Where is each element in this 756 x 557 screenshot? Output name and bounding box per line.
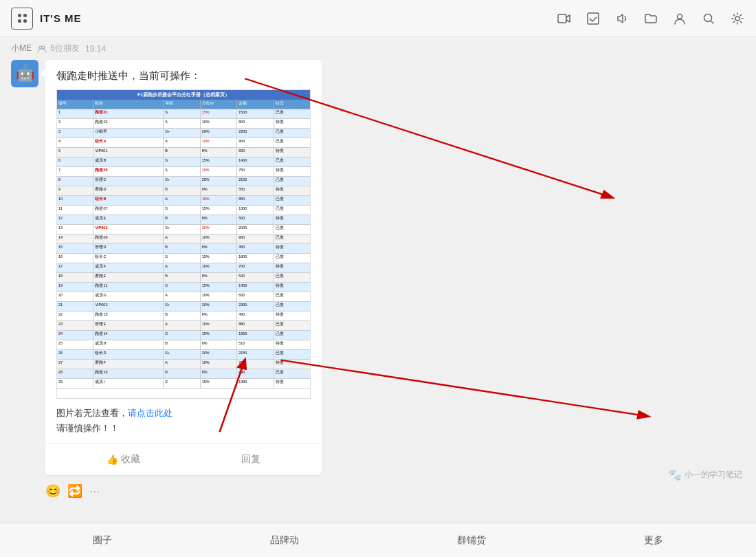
chat-area: 🤖 领跑走时推送中，当前可操作： F1届跑步后援会平台分红手册（总档案页） 编号… — [0, 60, 756, 523]
reply-button[interactable]: 回复 — [241, 453, 260, 466]
svg-rect-0 — [558, 14, 566, 23]
message-action-row: 😊 🔁 ··· — [45, 483, 745, 499]
message-row: 🤖 领跑走时推送中，当前可操作： F1届跑步后援会平台分红手册（总档案页） 编号… — [11, 60, 745, 475]
person-icon[interactable] — [672, 11, 687, 26]
main-content: 小ME 6位朋友 19:14 🤖 领跑走时推送中，当前可操作： — [0, 37, 756, 557]
sender-name: 小ME — [11, 43, 32, 54]
svg-point-4 — [735, 17, 740, 21]
bubble-divider — [45, 443, 322, 444]
settings-icon[interactable] — [730, 11, 745, 26]
message-time: 19:14 — [85, 44, 106, 54]
friends-count: 6位朋友 — [37, 43, 80, 54]
folder-icon[interactable] — [643, 11, 658, 26]
emoji-button[interactable]: 😊 — [45, 483, 60, 499]
check-icon[interactable] — [586, 11, 601, 26]
collect-button[interactable]: 👍 收藏 — [107, 453, 140, 466]
tab-group[interactable]: 群铺货 — [446, 529, 497, 552]
title-bar-actions — [557, 11, 745, 26]
forward-button[interactable]: 🔁 — [67, 483, 82, 499]
search-icon[interactable] — [701, 11, 716, 26]
tab-brand[interactable]: 品牌动 — [259, 529, 310, 552]
message-bubble: 领跑走时推送中，当前可操作： F1届跑步后援会平台分红手册（总档案页） 编号 昵… — [45, 60, 322, 475]
avatar: 🤖 — [11, 60, 38, 87]
tab-circle[interactable]: 圈子 — [82, 529, 123, 552]
tab-more[interactable]: 更多 — [633, 529, 674, 552]
watermark: 🐾 小一的学习笔记 — [668, 468, 742, 481]
app-icon — [11, 8, 33, 30]
message-footer: 图片若无法查看，请点击此处 请谨慎操作！！ — [56, 406, 311, 436]
svg-point-2 — [678, 14, 682, 19]
volume-icon[interactable] — [614, 11, 630, 26]
footer-link[interactable]: 请点击此处 — [128, 408, 173, 418]
message-header: 小ME 6位朋友 19:14 — [0, 37, 756, 60]
more-button[interactable]: ··· — [89, 484, 100, 499]
app-title: IT'S ME — [40, 12, 82, 24]
spreadsheet-image: F1届跑步后援会平台分红手册（总档案页） 编号 昵称 等级 分红% 金额 状态 … — [56, 89, 311, 399]
bubble-actions: 👍 收藏 回复 — [56, 450, 311, 466]
message-text-main: 领跑走时推送中，当前可操作： — [56, 69, 311, 83]
video-icon[interactable] — [557, 11, 572, 26]
bottom-toolbar: 圈子 品牌动 群铺货 更多 — [0, 523, 756, 557]
avatar-icon: 🤖 — [16, 65, 34, 83]
title-bar: IT'S ME — [0, 0, 756, 37]
svg-point-6 — [42, 46, 45, 49]
